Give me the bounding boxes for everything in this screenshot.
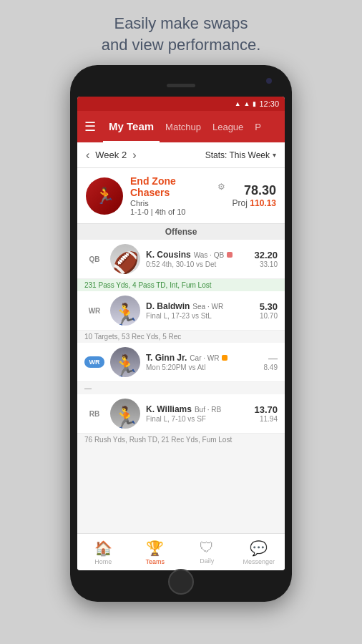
player-score-col: 5.30 10.70 [249, 301, 278, 320]
player-score-col: — 8.49 [249, 353, 278, 371]
bottom-nav-teams-label: Teams [145, 558, 165, 565]
player-stats-strip-wr2: — [77, 382, 285, 394]
player-team-pos: Car · WR [190, 354, 219, 362]
player-silhouette: 🏃 [112, 356, 139, 377]
bottom-nav-daily-label: Daily [200, 557, 214, 565]
players-list: QB 🏈 K. Cousins Was · QB 0:52 4th, 30-10… [77, 240, 285, 533]
week-next-arrow[interactable]: › [132, 149, 136, 162]
player-name-row: D. Baldwin Sea · WR [146, 301, 249, 311]
nav-tab-myteam[interactable]: My Team [103, 111, 160, 142]
stats-label: Stats: This Week [205, 150, 270, 160]
bottom-nav-teams[interactable]: 🏆 Teams [129, 534, 182, 570]
trophy-icon: 🏆 [146, 540, 164, 557]
team-actual-score: 78.30 [233, 183, 276, 198]
bottom-nav-messenger-label: Messenger [243, 558, 275, 565]
week-label: Week 2 [95, 150, 127, 160]
player-proj-score: 8.49 [249, 364, 278, 371]
player-name: K. Cousins [146, 250, 191, 260]
week-bar: ‹ Week 2 › Stats: This Week ▾ [77, 142, 285, 168]
nav-tab-matchup[interactable]: Matchup [160, 111, 207, 142]
headline: Easily make swaps and view performance. [73, 0, 290, 65]
team-avatar-figure: 🏃 [95, 187, 114, 205]
player-name-row: K. Cousins Was · QB [146, 250, 249, 260]
player-score-col: 13.70 11.94 [249, 404, 278, 423]
injury-indicator [222, 355, 228, 361]
player-avatar-qb: 🏈 [110, 244, 140, 274]
team-info: End Zone Chasers ⚙ Chris 1-1-0 | 4th of … [130, 175, 225, 216]
player-stats-strip-rb: 76 Rush Yds, Rush TD, 21 Rec Yds, Fum Lo… [77, 434, 285, 446]
nav-tab-league[interactable]: League [207, 111, 249, 142]
player-details-williams: K. Williams Buf · RB Final L, 7-10 vs SF [146, 404, 249, 423]
player-actual-score: 32.20 [249, 250, 278, 260]
player-game: Final L, 17-23 vs StL [146, 312, 249, 320]
player-details-baldwin: D. Baldwin Sea · WR Final L, 17-23 vs St… [146, 301, 249, 320]
nav-tab-p[interactable]: P [249, 111, 267, 142]
bottom-nav-home[interactable]: 🏠 Home [77, 534, 129, 570]
offense-section-header: Offense [77, 224, 285, 240]
hamburger-icon[interactable]: ☰ [84, 119, 96, 135]
player-stats-strip-qb: 231 Pass Yds, 4 Pass TD, Int, Fum Lost [77, 279, 285, 291]
status-time: 12:30 [259, 99, 279, 108]
week-nav: ‹ Week 2 › [86, 149, 137, 162]
player-name-row: K. Williams Buf · RB [146, 404, 249, 414]
player-stats-strip-wr1: 10 Targets, 53 Rec Yds, 5 Rec [77, 331, 285, 343]
bottom-nav-daily[interactable]: 🛡 Daily [181, 534, 233, 570]
player-name: K. Williams [146, 404, 192, 414]
player-details-cousins: K. Cousins Was · QB 0:52 4th, 30-10 vs D… [146, 250, 249, 268]
screen: ▲ ▲ ▮ 12:30 ☰ My Team Matchup League [77, 97, 285, 570]
player-name-row: T. Ginn Jr. Car · WR [146, 353, 249, 363]
battery-icon: ▮ [253, 100, 256, 107]
messenger-icon: 💬 [250, 540, 268, 557]
bottom-nav-messenger[interactable]: 💬 Messenger [233, 534, 285, 570]
player-name: D. Baldwin [146, 301, 190, 311]
player-team-pos: Was · QB [194, 251, 224, 259]
bottom-nav-home-label: Home [94, 558, 112, 565]
player-team-pos: Buf · RB [195, 406, 221, 414]
player-silhouette: 🏃 [112, 304, 139, 326]
home-icon: 🏠 [94, 540, 112, 557]
bottom-nav: 🏠 Home 🏆 Teams 🛡 Daily 💬 Messenger [77, 533, 285, 570]
table-row[interactable]: WR 🏃 T. Ginn Jr. Car · WR Mon 5:20PM vs … [77, 343, 285, 382]
front-camera [266, 78, 272, 84]
week-prev-arrow[interactable]: ‹ [86, 149, 89, 162]
phone-shell: ▲ ▲ ▮ 12:30 ☰ My Team Matchup League [70, 65, 292, 602]
proj-label: Proj [233, 198, 248, 208]
table-row[interactable]: WR 🏃 D. Baldwin Sea · WR Final L, 17-23 … [77, 291, 285, 331]
player-silhouette: 🏈 [112, 253, 139, 274]
table-row[interactable]: RB 🏃 K. Williams Buf · RB Final L, 7-10 … [77, 394, 285, 434]
player-game: 0:52 4th, 30-10 vs Det [146, 260, 249, 268]
player-position-rb: RB [84, 410, 104, 418]
player-proj-score: 10.70 [249, 312, 278, 320]
player-avatar-rb: 🏃 [110, 399, 140, 429]
page-wrapper: Easily make swaps and view performance. … [0, 0, 362, 644]
player-avatar-wr1: 🏃 [110, 296, 140, 326]
proj-score-value: 110.13 [250, 198, 276, 208]
team-owner: Chris [130, 199, 225, 208]
headline-line1: Easily make swaps [114, 14, 248, 32]
player-game: Final L, 7-10 vs SF [146, 415, 249, 423]
player-position-wr2-badge: WR [84, 356, 104, 368]
team-name: End Zone Chasers [130, 175, 213, 198]
table-row[interactable]: QB 🏈 K. Cousins Was · QB 0:52 4th, 30-10… [77, 240, 285, 279]
chevron-down-icon: ▾ [273, 151, 276, 159]
gear-icon[interactable]: ⚙ [217, 182, 225, 192]
home-button[interactable] [168, 569, 194, 595]
player-actual-score: 13.70 [249, 404, 278, 415]
team-record: 1-1-0 | 4th of 10 [130, 208, 225, 216]
player-actual-score: — [249, 353, 278, 364]
status-icons: ▲ ▲ ▮ 12:30 [235, 99, 279, 108]
signal-icon: ▲ [244, 100, 250, 107]
headline-line2: and view performance. [102, 36, 261, 54]
player-details-ginn: T. Ginn Jr. Car · WR Mon 5:20PM vs Atl [146, 353, 249, 371]
player-proj-score: 11.94 [249, 415, 278, 423]
player-name: T. Ginn Jr. [146, 353, 187, 363]
team-header: 🏃 End Zone Chasers ⚙ Chris 1-1-0 | 4th o… [77, 168, 285, 224]
player-position-wr1: WR [84, 307, 104, 315]
injury-indicator [227, 252, 233, 258]
phone-top-bezel [77, 74, 285, 97]
player-score-col: 32.20 33.10 [249, 250, 278, 268]
player-avatar-wr2: 🏃 [110, 347, 140, 377]
team-proj-score: Proj 110.13 [233, 198, 276, 208]
stats-dropdown[interactable]: Stats: This Week ▾ [205, 150, 276, 160]
player-silhouette: 🏃 [112, 407, 139, 429]
